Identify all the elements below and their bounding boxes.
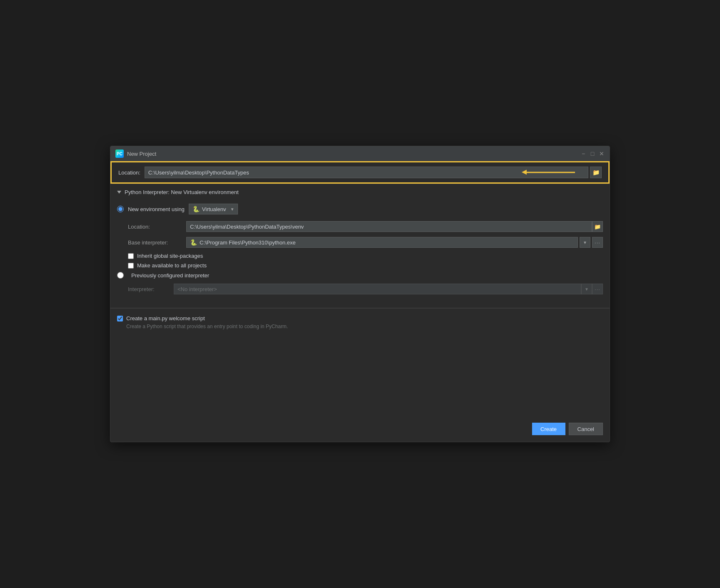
base-interpreter-dropdown-button[interactable]: ▼ [580,237,590,248]
venv-location-folder-button[interactable]: 📁 [592,221,603,232]
create-button[interactable]: Create [532,423,565,435]
new-environment-radio[interactable] [117,206,124,212]
welcome-script-checkbox[interactable] [117,316,123,321]
venv-location-row: Location: 📁 [117,221,603,232]
app-icon: PC [115,149,124,158]
window-title: New Project [127,151,156,157]
inherit-packages-checkbox[interactable] [128,253,134,259]
interpreter-section-body: New environment using 🐍 Virtualenv ▼ Loc… [110,200,610,308]
base-interpreter-input-wrap: 🐍 C:\Program Files\Python310\python.exe [186,237,578,248]
interpreter-field-row: Interpreter: <No interpreter> ▼ ··· [117,284,603,294]
interpreter-dropdown-button[interactable]: ▼ [581,284,592,294]
location-label: Location: [118,169,140,176]
virtualenv-icon: 🐍 [192,206,200,212]
inherit-packages-label: Inherit global site-packages [137,253,203,259]
location-folder-button[interactable]: 📁 [590,167,602,178]
base-interpreter-label: Base interpreter: [128,239,186,246]
prev-configured-label: Previously configured interpreter [131,272,209,279]
arrow-annotation [525,172,575,173]
new-environment-option-row: New environment using 🐍 Virtualenv ▼ [117,204,603,214]
base-interpreter-input-row: 🐍 C:\Program Files\Python310\python.exe … [186,237,603,248]
inherit-packages-row: Inherit global site-packages [117,253,603,259]
new-environment-label: New environment using [128,206,185,212]
title-bar-controls: − □ ✕ [580,151,605,157]
dialog-content: Location: 📁 Python Interpreter: New Virt… [110,161,610,442]
make-available-checkbox[interactable] [128,263,134,269]
interpreter-ellipsis-button[interactable]: ··· [592,284,603,294]
arrow-line [525,172,575,173]
venv-location-input[interactable] [186,221,592,232]
interpreter-select-wrap: <No interpreter> [174,284,581,294]
virtualenv-dropdown[interactable]: 🐍 Virtualenv ▼ [189,204,238,214]
welcome-script-section: Create a main.py welcome script Create a… [110,308,610,329]
prev-configured-radio[interactable] [117,272,124,279]
close-button[interactable]: ✕ [599,151,605,157]
triangle-icon [117,191,121,194]
welcome-script-check-row: Create a main.py welcome script [117,315,603,321]
virtualenv-dropdown-arrow: ▼ [230,207,234,212]
venv-location-label: Location: [128,224,186,230]
dialog-footer: Create Cancel [110,413,610,442]
base-interpreter-ellipsis-button[interactable]: ··· [592,237,603,248]
base-interpreter-value: C:\Program Files\Python310\python.exe [200,239,296,246]
cancel-button[interactable]: Cancel [569,423,603,435]
minimize-button[interactable]: − [580,151,586,157]
title-bar-left: PC New Project [115,149,156,158]
interpreter-placeholder: <No interpreter> [178,286,217,292]
welcome-script-label: Create a main.py welcome script [126,315,205,321]
make-available-row: Make available to all projects [117,262,603,269]
make-available-label: Make available to all projects [137,262,207,269]
base-interpreter-row: Base interpreter: 🐍 C:\Program Files\Pyt… [117,237,603,248]
title-bar: PC New Project − □ ✕ [110,146,610,161]
virtualenv-text: Virtualenv [202,206,226,212]
location-row: Location: 📁 [110,161,610,184]
prev-configured-row: Previously configured interpreter [117,272,603,279]
welcome-script-description: Create a Python script that provides an … [117,324,288,329]
interpreter-field-label: Interpreter: [128,286,174,292]
interpreter-section-header[interactable]: Python Interpreter: New Virtualenv envir… [110,184,610,200]
interpreter-section-title: Python Interpreter: New Virtualenv envir… [125,189,239,195]
main-window: PC New Project − □ ✕ Location: 📁 Python … [110,146,610,442]
maximize-button[interactable]: □ [590,151,595,157]
python-icon: 🐍 [190,239,197,246]
